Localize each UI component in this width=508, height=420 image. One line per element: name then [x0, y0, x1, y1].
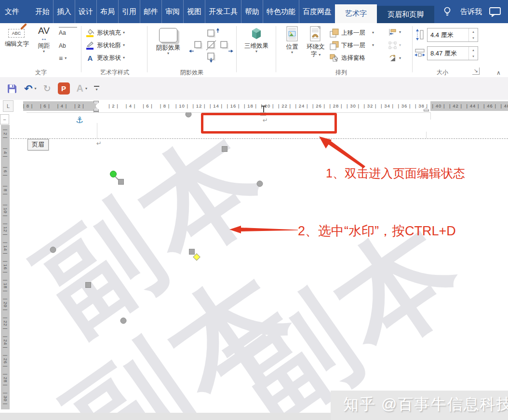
shape-height-spinner[interactable]: ▴▾ [427, 28, 478, 42]
step-up-icon[interactable]: ▴ [469, 47, 478, 54]
save-button[interactable] [7, 83, 17, 94]
edit-text-button[interactable]: ABC 编辑文字 [3, 26, 31, 67]
font-color-button[interactable]: A▾ [77, 83, 87, 94]
vertical-ruler-number: | 2 | [3, 129, 8, 138]
step-down-icon[interactable]: ▾ [469, 54, 478, 60]
vertical-ruler[interactable]: | 2 || 4 || 6 || 8 || 10 || 12 || 14 || … [1, 112, 10, 420]
position-page-icon [286, 26, 298, 41]
ruler-number: | 12 | [193, 103, 206, 108]
rotate-objects-button[interactable]: ▾ [388, 53, 410, 64]
position-button[interactable]: 位置 ▾ [281, 26, 303, 67]
customize-qat-button[interactable]: ▾ [94, 86, 99, 92]
ruler-number: | 26 | [312, 103, 325, 108]
letter-a-shape-icon: A [86, 54, 94, 62]
three-d-effects-button[interactable]: 三维效果 ▾ [241, 26, 272, 67]
case-button[interactable]: Aa [59, 27, 77, 38]
shape-outline-button[interactable]: 形状轮廓 ▾ [86, 40, 125, 51]
step-down-icon[interactable]: ▾ [469, 35, 478, 42]
send-backward-button[interactable]: 下移一层 ▾ [330, 40, 374, 51]
menu-tab-tab[interactable]: 邮件 [140, 0, 161, 23]
rotate-objects-icon [388, 54, 397, 62]
menu-tab-file[interactable]: 文件 [0, 0, 24, 23]
more-bar-icon [94, 86, 99, 87]
sizing-handle[interactable] [257, 181, 263, 187]
menu-tab-context[interactable]: 页眉和页脚 [377, 6, 434, 23]
ruler-number: | 28 | [330, 103, 343, 108]
redo-button[interactable]: ↻ [43, 84, 51, 93]
vertical-ruler-number: | 16 | [3, 261, 8, 270]
sizing-handle[interactable] [189, 249, 195, 255]
ruler-number: | 46 | [483, 103, 496, 108]
vertical-ruler-number: | 22 | [3, 317, 8, 326]
height-steppers[interactable]: ▴▾ [468, 28, 478, 41]
powerpoint-button[interactable]: P [58, 82, 70, 95]
sizing-handle[interactable] [50, 247, 56, 253]
bring-forward-icon [330, 28, 339, 38]
menu-tab-tab[interactable]: 设计 [75, 0, 96, 23]
menu-tab-tab[interactable]: 审阅 [161, 0, 183, 23]
menu-tab-tab[interactable]: 开发工具 [205, 0, 241, 23]
shape-width-spinner[interactable]: ▴▾ [427, 46, 478, 60]
vertical-text-button[interactable]: Ab [59, 41, 77, 51]
vertical-ruler-number: | 30 | [3, 393, 8, 401]
width-steppers[interactable]: ▴▾ [468, 47, 478, 60]
tab-selector[interactable]: L [3, 100, 13, 112]
tell-me-button[interactable]: 告诉我 [460, 0, 482, 23]
menu-tab-tab[interactable]: 百度网盘 [299, 0, 335, 23]
menu-tab-tab[interactable]: 布局 [96, 0, 118, 23]
vertical-ruler-number: | 24 | [3, 336, 8, 345]
wrap-text-page-icon [309, 26, 322, 41]
credit-watermark: 知乎 @百事牛信息科技 [343, 394, 508, 415]
menu-tab-active[interactable]: 艺术字 [335, 4, 377, 23]
collapse-header-button[interactable]: − [0, 114, 9, 124]
ruler-number: | 48 | [501, 103, 508, 108]
group-label-arrange: 排列 [335, 68, 347, 77]
annotation-arrow-2 [226, 223, 303, 237]
selection-pane-button[interactable]: 选择窗格 [330, 52, 365, 64]
header-tag: 页眉 [27, 139, 49, 150]
chat-bubble-icon[interactable] [489, 0, 501, 23]
size-dialog-launcher-icon[interactable]: ↘ [472, 68, 480, 75]
annotation-step2: 2、选中“水印”，按CTRL+D [298, 222, 456, 240]
spacing-button[interactable]: AV ↔ 间距 ▾ [32, 26, 56, 67]
menu-tab-tab[interactable]: 插入 [53, 0, 75, 23]
chevron-down-icon: ▾ [319, 53, 321, 57]
bring-forward-button[interactable]: 上移一层 ▾ [330, 27, 374, 39]
chevron-down-icon: ▾ [372, 31, 374, 35]
menu-tab-tab[interactable]: 开始 [32, 0, 53, 23]
chevron-down-icon: ▾ [399, 56, 401, 60]
change-shape-button[interactable]: A 更改形状 ▾ [86, 52, 125, 64]
letter-a-icon: A [77, 83, 83, 94]
ruler-number: | 4 | [57, 103, 67, 108]
menu-tab-tab[interactable]: 视图 [183, 0, 205, 23]
wrap-text-button[interactable]: 环绕文字▾ [305, 26, 327, 67]
ruler-number: | 16 | [227, 103, 240, 108]
rotate-handle[interactable] [110, 171, 117, 177]
menu-tab-tab[interactable]: 引用 [118, 0, 140, 23]
step-up-icon[interactable]: ▴ [469, 28, 478, 35]
document-area[interactable]: | 2 || 4 || 6 || 8 || 10 || 12 || 14 || … [0, 112, 508, 420]
sizing-handle[interactable] [85, 282, 91, 288]
menu-tab-tab[interactable]: 帮助 [241, 0, 263, 23]
ruler-number: | 42 | [449, 103, 462, 108]
shape-fill-button[interactable]: 形状填充 ▾ [86, 27, 125, 39]
shadow-nudge-cluster[interactable] [189, 28, 233, 64]
horizontal-ruler[interactable]: L | 2 || 4 || 6 || 8 || 2 || 4 || 6 || 8… [0, 100, 508, 112]
group-objects-button[interactable]: ▾ [388, 40, 410, 51]
ruler-number: | 44 | [467, 103, 480, 108]
sizing-handle[interactable] [118, 179, 124, 185]
ruler-number: | 30 | [347, 103, 360, 108]
sizing-handle[interactable] [120, 318, 127, 324]
vertical-ruler-number: | 20 | [3, 298, 8, 307]
align-objects-button[interactable]: ▾ [388, 27, 410, 38]
shape-height-icon [415, 29, 425, 41]
shadow-effects-button[interactable]: 阴影效果 ▾ [152, 26, 184, 67]
sizing-handle[interactable] [222, 146, 227, 152]
align-text-button[interactable]: ≡▾ [59, 53, 77, 64]
undo-button[interactable]: ↶▾ [24, 83, 37, 94]
chevron-down-icon: ▾ [255, 50, 257, 54]
shape-width-input[interactable] [428, 47, 468, 60]
shape-height-input[interactable] [428, 28, 468, 41]
menu-tab-tab[interactable]: 特色功能 [263, 0, 299, 23]
collapse-ribbon-icon[interactable]: ∧ [496, 69, 501, 76]
